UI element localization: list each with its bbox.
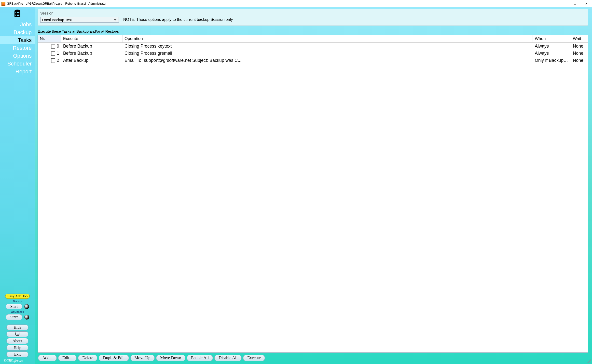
clipboard-icon (14, 9, 21, 19)
easy-add-job-button[interactable]: Easy Add Job (5, 294, 30, 299)
tasks-intro-label: Execute these Tasks at Backup and/or at … (38, 29, 588, 33)
action-bar: Add... Edit... Delete Dupl. & Edit Move … (38, 353, 588, 362)
row-checkbox[interactable] (51, 58, 55, 63)
row-wait: None (571, 43, 588, 49)
sidebar-bottom: Easy Add Job Backup Start OnChange Start… (0, 292, 35, 364)
session-select[interactable]: Local Backup Test (40, 17, 119, 23)
column-header-operation[interactable]: Operation (123, 35, 533, 42)
tasks-table-header: Nr. Execute Operation When Wait (38, 35, 588, 43)
sidebar-item-jobs[interactable]: Jobs (0, 21, 35, 28)
copyright-label: ©GRSoftware (2, 359, 23, 363)
separator-onchange: OnChange (2, 310, 33, 313)
main-panel: Session Local Backup Test NOTE: These op… (35, 7, 592, 364)
row-nr: 1 (57, 51, 59, 56)
add-button[interactable]: Add... (38, 355, 57, 361)
app-body: JobsBackupTasksRestoreOptionsSchedulerRe… (0, 7, 592, 364)
onchange-status-indicator (24, 315, 29, 320)
maximize-button[interactable]: □ (569, 0, 581, 7)
svg-rect-5 (17, 14, 19, 14)
titlebar: GRBackPro - d:\GRDown\GRBakPro.grb - Rob… (0, 0, 592, 7)
row-when: Always (533, 43, 571, 49)
table-row[interactable]: 2After BackupEmail To: support@grsoftwar… (38, 57, 588, 64)
row-wait: None (571, 57, 588, 64)
session-panel: Session Local Backup Test NOTE: These op… (38, 9, 588, 26)
resize-grip[interactable] (587, 359, 591, 363)
disable-all-button[interactable]: Disable All (214, 355, 242, 361)
help-button[interactable]: Help (6, 345, 28, 351)
app-icon (1, 2, 5, 6)
sidebar-item-tasks[interactable]: Tasks (0, 36, 35, 44)
svg-rect-1 (16, 10, 19, 11)
tasks-table: Nr. Execute Operation When Wait 0Before … (38, 35, 588, 353)
delete-button[interactable]: Delete (78, 355, 97, 361)
svg-rect-7 (17, 15, 19, 16)
row-checkbox[interactable] (51, 44, 55, 49)
chat-button[interactable] (6, 331, 28, 337)
row-when: Always (533, 50, 571, 56)
column-header-nr[interactable]: Nr. (38, 35, 61, 42)
execute-button[interactable]: Execute (243, 355, 265, 361)
move-up-button[interactable]: Move Up (130, 355, 155, 361)
close-button[interactable]: ✕ (581, 0, 592, 7)
svg-rect-6 (15, 15, 16, 16)
row-execute: After Backup (61, 57, 123, 64)
start-backup-button[interactable]: Start (6, 304, 22, 310)
minimize-button[interactable]: – (558, 0, 569, 7)
row-operation: Closing Process keytext (123, 43, 533, 49)
enable-all-button[interactable]: Enable All (187, 355, 213, 361)
row-when: Only If Backup e... (533, 57, 571, 64)
svg-rect-4 (15, 14, 16, 14)
column-header-execute[interactable]: Execute (61, 35, 123, 42)
window-title: GRBackPro - d:\GRDown\GRBakPro.grb - Rob… (7, 2, 558, 5)
row-execute: Before Backup (61, 50, 123, 56)
session-note: NOTE: These options apply to the current… (123, 17, 234, 22)
start-onchange-button[interactable]: Start (6, 314, 22, 320)
exit-button[interactable]: Exit (6, 351, 28, 357)
hide-button[interactable]: Hide (6, 325, 28, 330)
chat-icon (15, 332, 19, 336)
sidebar-item-report[interactable]: Report (0, 68, 35, 76)
session-label: Session (40, 11, 586, 15)
table-row[interactable]: 0Before BackupClosing Process keytextAlw… (38, 43, 588, 50)
sidebar-item-restore[interactable]: Restore (0, 44, 35, 52)
tasks-table-body: 0Before BackupClosing Process keytextAlw… (38, 43, 588, 352)
row-checkbox[interactable] (51, 51, 55, 56)
move-down-button[interactable]: Move Down (156, 355, 185, 361)
sidebar-item-options[interactable]: Options (0, 52, 35, 60)
svg-rect-3 (17, 12, 19, 13)
row-nr: 2 (57, 58, 59, 63)
sidebar-item-scheduler[interactable]: Scheduler (0, 60, 35, 68)
sidebar-item-backup[interactable]: Backup (0, 28, 35, 36)
row-wait: None (571, 50, 588, 56)
svg-rect-2 (15, 12, 16, 13)
column-header-wait[interactable]: Wait (571, 35, 588, 42)
column-header-when[interactable]: When (533, 35, 571, 42)
backup-status-indicator (24, 304, 29, 309)
row-operation: Closing Process gremail (123, 50, 533, 56)
dupl-edit-button[interactable]: Dupl. & Edit (99, 355, 129, 361)
sidebar: JobsBackupTasksRestoreOptionsSchedulerRe… (0, 7, 35, 364)
edit-button[interactable]: Edit... (58, 355, 77, 361)
window-controls: – □ ✕ (558, 0, 592, 7)
sidebar-nav: JobsBackupTasksRestoreOptionsSchedulerRe… (0, 7, 35, 76)
about-button[interactable]: About (6, 338, 28, 344)
separator-backup: Backup (2, 300, 33, 303)
row-execute: Before Backup (61, 43, 123, 49)
table-row[interactable]: 1Before BackupClosing Process gremailAlw… (38, 50, 588, 57)
row-nr: 0 (57, 44, 59, 49)
row-operation: Email To: support@grsoftware.net Subject… (123, 57, 533, 64)
